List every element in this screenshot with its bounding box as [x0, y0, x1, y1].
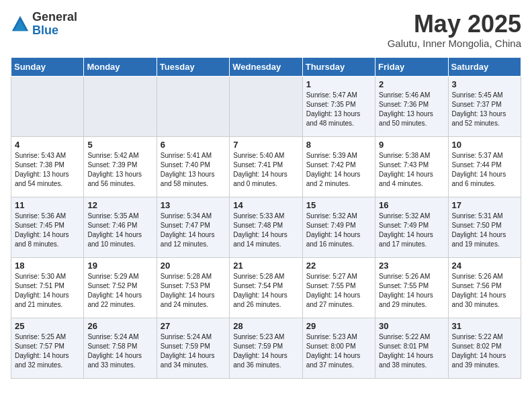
- day-number: 23: [379, 261, 444, 271]
- day-cell: 29Sunrise: 5:23 AM Sunset: 8:00 PM Dayli…: [302, 318, 375, 378]
- day-info: Sunrise: 5:24 AM Sunset: 7:59 PM Dayligh…: [161, 332, 226, 370]
- day-cell: [84, 76, 157, 136]
- header-cell-tuesday: Tuesday: [157, 57, 229, 76]
- day-cell: 21Sunrise: 5:28 AM Sunset: 7:54 PM Dayli…: [230, 257, 302, 318]
- day-number: 16: [379, 200, 444, 210]
- day-cell: 7Sunrise: 5:40 AM Sunset: 7:41 PM Daylig…: [230, 136, 302, 197]
- day-cell: [230, 76, 302, 136]
- day-info: Sunrise: 5:23 AM Sunset: 8:00 PM Dayligh…: [306, 332, 371, 370]
- day-number: 7: [233, 140, 298, 150]
- day-cell: 8Sunrise: 5:39 AM Sunset: 7:42 PM Daylig…: [302, 136, 375, 197]
- day-number: 29: [306, 321, 371, 331]
- day-cell: 17Sunrise: 5:31 AM Sunset: 7:50 PM Dayli…: [448, 197, 521, 257]
- day-info: Sunrise: 5:30 AM Sunset: 7:51 PM Dayligh…: [15, 272, 80, 310]
- header-cell-thursday: Thursday: [302, 57, 375, 76]
- day-number: 20: [161, 261, 226, 271]
- day-info: Sunrise: 5:43 AM Sunset: 7:38 PM Dayligh…: [15, 151, 80, 189]
- day-number: 11: [15, 200, 80, 210]
- day-number: 31: [452, 321, 517, 331]
- day-cell: 1Sunrise: 5:47 AM Sunset: 7:35 PM Daylig…: [302, 76, 375, 136]
- day-info: Sunrise: 5:45 AM Sunset: 7:37 PM Dayligh…: [452, 91, 517, 128]
- day-cell: 10Sunrise: 5:37 AM Sunset: 7:44 PM Dayli…: [448, 136, 521, 197]
- day-cell: 12Sunrise: 5:35 AM Sunset: 7:46 PM Dayli…: [84, 197, 157, 257]
- day-number: 17: [452, 200, 517, 210]
- logo-icon: [11, 15, 30, 34]
- header-cell-monday: Monday: [84, 57, 157, 76]
- week-row-4: 18Sunrise: 5:30 AM Sunset: 7:51 PM Dayli…: [11, 257, 521, 318]
- day-number: 27: [161, 321, 226, 331]
- day-info: Sunrise: 5:40 AM Sunset: 7:41 PM Dayligh…: [233, 151, 298, 189]
- day-cell: 11Sunrise: 5:36 AM Sunset: 7:45 PM Dayli…: [11, 197, 84, 257]
- day-cell: 22Sunrise: 5:27 AM Sunset: 7:55 PM Dayli…: [302, 257, 375, 318]
- week-row-5: 25Sunrise: 5:25 AM Sunset: 7:57 PM Dayli…: [11, 318, 521, 378]
- day-cell: 23Sunrise: 5:26 AM Sunset: 7:55 PM Dayli…: [375, 257, 448, 318]
- day-info: Sunrise: 5:33 AM Sunset: 7:48 PM Dayligh…: [233, 212, 298, 249]
- week-row-1: 1Sunrise: 5:47 AM Sunset: 7:35 PM Daylig…: [11, 76, 521, 136]
- day-info: Sunrise: 5:37 AM Sunset: 7:44 PM Dayligh…: [452, 151, 517, 189]
- logo: General Blue: [11, 11, 77, 38]
- header-cell-friday: Friday: [375, 57, 448, 76]
- day-number: 24: [452, 261, 517, 271]
- day-cell: [157, 76, 229, 136]
- day-info: Sunrise: 5:22 AM Sunset: 8:02 PM Dayligh…: [452, 332, 517, 370]
- calendar-body: 1Sunrise: 5:47 AM Sunset: 7:35 PM Daylig…: [11, 76, 521, 378]
- day-number: 8: [306, 140, 371, 150]
- day-number: 1: [306, 79, 371, 89]
- day-number: 2: [379, 79, 444, 89]
- day-info: Sunrise: 5:38 AM Sunset: 7:43 PM Dayligh…: [379, 151, 444, 189]
- day-number: 25: [15, 321, 80, 331]
- day-number: 13: [161, 200, 226, 210]
- calendar-header: SundayMondayTuesdayWednesdayThursdayFrid…: [11, 57, 521, 76]
- logo-blue: Blue: [32, 24, 77, 38]
- title-block: May 2025 Galutu, Inner Mongolia, China: [388, 11, 521, 49]
- day-info: Sunrise: 5:39 AM Sunset: 7:42 PM Dayligh…: [306, 151, 371, 189]
- day-number: 21: [233, 261, 298, 271]
- day-number: 9: [379, 140, 444, 150]
- day-info: Sunrise: 5:41 AM Sunset: 7:40 PM Dayligh…: [161, 151, 226, 189]
- logo-general: General: [32, 11, 77, 24]
- day-number: 22: [306, 261, 371, 271]
- day-cell: 5Sunrise: 5:42 AM Sunset: 7:39 PM Daylig…: [84, 136, 157, 197]
- header-cell-wednesday: Wednesday: [230, 57, 302, 76]
- day-cell: 31Sunrise: 5:22 AM Sunset: 8:02 PM Dayli…: [448, 318, 521, 378]
- day-number: 18: [15, 261, 80, 271]
- logo-text: General Blue: [32, 11, 77, 38]
- day-cell: 19Sunrise: 5:29 AM Sunset: 7:52 PM Dayli…: [84, 257, 157, 318]
- day-cell: 18Sunrise: 5:30 AM Sunset: 7:51 PM Dayli…: [11, 257, 84, 318]
- day-info: Sunrise: 5:24 AM Sunset: 7:58 PM Dayligh…: [87, 332, 152, 370]
- day-info: Sunrise: 5:27 AM Sunset: 7:55 PM Dayligh…: [306, 272, 371, 310]
- header-cell-saturday: Saturday: [448, 57, 521, 76]
- day-info: Sunrise: 5:29 AM Sunset: 7:52 PM Dayligh…: [87, 272, 152, 310]
- day-info: Sunrise: 5:23 AM Sunset: 7:59 PM Dayligh…: [233, 332, 298, 370]
- day-info: Sunrise: 5:42 AM Sunset: 7:39 PM Dayligh…: [87, 151, 152, 189]
- day-number: 6: [161, 140, 226, 150]
- day-info: Sunrise: 5:46 AM Sunset: 7:36 PM Dayligh…: [379, 91, 444, 128]
- day-cell: 20Sunrise: 5:28 AM Sunset: 7:53 PM Dayli…: [157, 257, 229, 318]
- day-cell: 25Sunrise: 5:25 AM Sunset: 7:57 PM Dayli…: [11, 318, 84, 378]
- month-title: May 2025: [388, 11, 521, 38]
- day-info: Sunrise: 5:26 AM Sunset: 7:55 PM Dayligh…: [379, 272, 444, 310]
- day-info: Sunrise: 5:32 AM Sunset: 7:49 PM Dayligh…: [306, 212, 371, 249]
- day-info: Sunrise: 5:34 AM Sunset: 7:47 PM Dayligh…: [161, 212, 226, 249]
- day-number: 14: [233, 200, 298, 210]
- calendar-table: SundayMondayTuesdayWednesdayThursdayFrid…: [11, 57, 521, 379]
- day-cell: 9Sunrise: 5:38 AM Sunset: 7:43 PM Daylig…: [375, 136, 448, 197]
- page-header: General Blue May 2025 Galutu, Inner Mong…: [11, 11, 521, 49]
- day-cell: 6Sunrise: 5:41 AM Sunset: 7:40 PM Daylig…: [157, 136, 229, 197]
- day-cell: 13Sunrise: 5:34 AM Sunset: 7:47 PM Dayli…: [157, 197, 229, 257]
- day-info: Sunrise: 5:36 AM Sunset: 7:45 PM Dayligh…: [15, 212, 80, 249]
- day-cell: [11, 76, 84, 136]
- day-number: 15: [306, 200, 371, 210]
- day-cell: 15Sunrise: 5:32 AM Sunset: 7:49 PM Dayli…: [302, 197, 375, 257]
- day-number: 4: [15, 140, 80, 150]
- day-cell: 27Sunrise: 5:24 AM Sunset: 7:59 PM Dayli…: [157, 318, 229, 378]
- day-cell: 16Sunrise: 5:32 AM Sunset: 7:49 PM Dayli…: [375, 197, 448, 257]
- day-number: 5: [87, 140, 152, 150]
- day-info: Sunrise: 5:25 AM Sunset: 7:57 PM Dayligh…: [15, 332, 80, 370]
- day-cell: 28Sunrise: 5:23 AM Sunset: 7:59 PM Dayli…: [230, 318, 302, 378]
- day-info: Sunrise: 5:26 AM Sunset: 7:56 PM Dayligh…: [452, 272, 517, 310]
- day-cell: 26Sunrise: 5:24 AM Sunset: 7:58 PM Dayli…: [84, 318, 157, 378]
- day-number: 12: [87, 200, 152, 210]
- day-cell: 3Sunrise: 5:45 AM Sunset: 7:37 PM Daylig…: [448, 76, 521, 136]
- day-number: 10: [452, 140, 517, 150]
